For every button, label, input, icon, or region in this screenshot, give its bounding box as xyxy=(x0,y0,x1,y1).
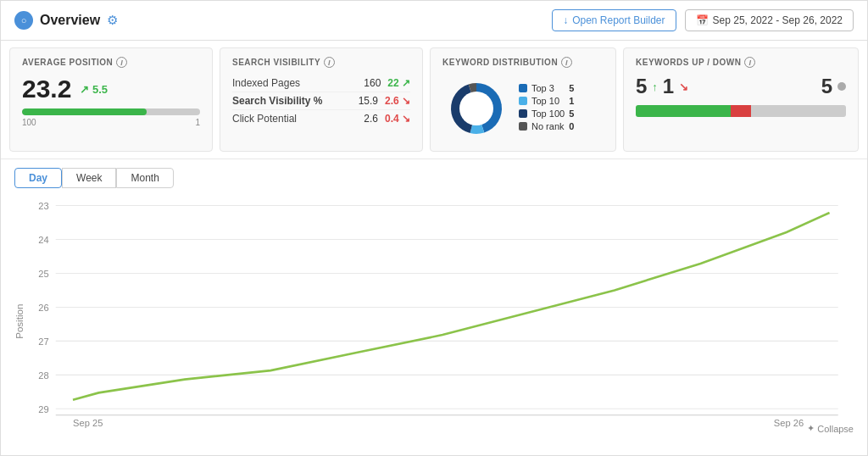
legend-label: Top 10 xyxy=(531,96,559,106)
kud-down-arrow: ↘ xyxy=(679,81,688,93)
sv-row: Indexed Pages 160 22 ↗ xyxy=(232,75,410,92)
legend-color xyxy=(519,122,527,131)
legend-label: No rank xyxy=(531,121,565,131)
svg-text:23: 23 xyxy=(38,201,48,211)
legend-count: 5 xyxy=(569,108,574,119)
avg-position-info-icon[interactable]: i xyxy=(116,57,127,68)
svg-text:29: 29 xyxy=(38,403,48,414)
kud-bar-green xyxy=(636,105,731,117)
sv-label: Click Potential xyxy=(232,113,297,125)
date-range-button[interactable]: 📅 Sep 25, 2022 - Sep 26, 2022 xyxy=(685,9,854,31)
time-btn-day[interactable]: Day xyxy=(14,168,62,188)
kud-neutral-dot xyxy=(837,82,846,91)
legend-item: No rank 0 xyxy=(519,121,574,131)
sv-values: 2.6 0.4 ↘ xyxy=(364,113,410,125)
chart-area: 23 24 25 26 27 28 29 Position Sep 25 Sep… xyxy=(1,192,867,437)
svg-text:27: 27 xyxy=(38,336,48,346)
sv-base-value: 2.6 xyxy=(364,113,378,125)
keyword-distribution-info-icon[interactable]: i xyxy=(561,57,572,68)
sv-base-value: 15.9 xyxy=(359,95,378,107)
svg-text:26: 26 xyxy=(38,302,48,312)
keywords-updown-bar xyxy=(636,105,846,117)
legend-color xyxy=(519,84,527,92)
time-btn-month[interactable]: Month xyxy=(116,168,173,188)
donut-chart xyxy=(442,75,510,142)
top-bar-left: ○ Overview ⚙ xyxy=(14,11,118,30)
collapse-label: Collapse xyxy=(817,424,854,434)
svg-text:28: 28 xyxy=(38,370,48,380)
legend-count: 0 xyxy=(569,121,574,131)
sv-row: Search Visibility % 15.9 2.6 ↘ xyxy=(232,92,410,110)
keywords-updown-card: KEYWORDS UP / DOWN i 5 ↑ 1 ↘ 5 xyxy=(623,47,859,152)
search-visibility-card: SEARCH VISIBILITY i Indexed Pages 160 22… xyxy=(220,47,423,152)
avg-position-value: 23.2 ↗ 5.5 xyxy=(22,75,200,103)
svg-text:24: 24 xyxy=(38,235,48,245)
legend-label: Top 100 xyxy=(531,108,565,119)
sv-change: 22 ↗ xyxy=(387,77,410,89)
kud-up-value: 5 xyxy=(636,75,647,98)
date-range-label: Sep 25, 2022 - Sep 26, 2022 xyxy=(713,14,843,26)
sv-change: 0.4 ↘ xyxy=(385,113,410,125)
download-icon: ↓ xyxy=(563,14,568,26)
kud-down-value: 1 xyxy=(663,75,674,98)
progress-labels: 100 1 xyxy=(22,118,200,127)
svg-point-0 xyxy=(459,92,493,125)
collapse-icon: ✦ xyxy=(807,423,815,434)
page-title: Overview xyxy=(40,13,100,28)
top-bar-right: ↓ Open Report Builder 📅 Sep 25, 2022 - S… xyxy=(552,9,854,31)
legend-count: 5 xyxy=(569,83,574,93)
keyword-distribution-card: KEYWORD DISTRIBUTION i Top 3 5 Top 10 1 … xyxy=(430,47,616,152)
legend-color xyxy=(519,97,527,105)
sv-values: 160 22 ↗ xyxy=(364,77,410,89)
timeline-controls: Day Week Month xyxy=(1,159,867,192)
keywords-updown-title: KEYWORDS UP / DOWN i xyxy=(636,57,846,68)
avg-position-delta: ↗ 5.5 xyxy=(80,83,108,96)
sv-base-value: 160 xyxy=(364,77,381,89)
keyword-distribution-title: KEYWORD DISTRIBUTION i xyxy=(442,57,604,68)
svg-text:25: 25 xyxy=(38,268,48,278)
search-visibility-info-icon[interactable]: i xyxy=(324,57,335,68)
open-report-button[interactable]: ↓ Open Report Builder xyxy=(552,9,676,31)
search-visibility-rows: Indexed Pages 160 22 ↗ Search Visibility… xyxy=(232,75,410,127)
avg-position-title: AVERAGE POSITION i xyxy=(22,57,200,68)
page-wrapper: ○ Overview ⚙ ↓ Open Report Builder 📅 Sep… xyxy=(0,0,868,456)
legend-item: Top 3 5 xyxy=(519,83,574,93)
brand-icon: ○ xyxy=(14,11,33,30)
legend-item: Top 10 1 xyxy=(519,96,574,106)
sv-change: 2.6 ↘ xyxy=(385,95,410,107)
collapse-button[interactable]: ✦ Collapse xyxy=(807,423,854,434)
open-report-label: Open Report Builder xyxy=(572,14,665,26)
time-btn-week[interactable]: Week xyxy=(62,168,116,188)
kud-bar-red xyxy=(731,105,752,117)
search-visibility-title: SEARCH VISIBILITY i xyxy=(232,57,410,68)
sv-label: Indexed Pages xyxy=(232,77,300,89)
sv-label: Search Visibility % xyxy=(232,95,323,107)
keywords-updown-info-icon[interactable]: i xyxy=(744,57,755,68)
keywords-updown-numbers: 5 ↑ 1 ↘ 5 xyxy=(636,75,846,98)
avg-position-card: AVERAGE POSITION i 23.2 ↗ 5.5 100 1 xyxy=(9,47,213,152)
sv-row: Click Potential 2.6 0.4 ↘ xyxy=(232,110,410,127)
sv-values: 15.9 2.6 ↘ xyxy=(359,95,410,107)
kud-bar-gray xyxy=(751,105,846,117)
legend-count: 1 xyxy=(569,96,574,106)
donut-area: Top 3 5 Top 10 1 Top 100 5 No rank 0 xyxy=(442,75,604,142)
legend-label: Top 3 xyxy=(531,83,554,93)
kud-up-arrow: ↑ xyxy=(652,81,658,93)
keyword-distribution-legend: Top 3 5 Top 10 1 Top 100 5 No rank 0 xyxy=(519,83,574,134)
avg-position-progress-bar xyxy=(22,108,200,115)
progress-bar-fill xyxy=(22,108,147,115)
kud-neutral-value: 5 xyxy=(821,75,832,98)
legend-item: Top 100 5 xyxy=(519,108,574,119)
main-chart: 23 24 25 26 27 28 29 Position Sep 25 Sep… xyxy=(13,197,855,437)
top-bar: ○ Overview ⚙ ↓ Open Report Builder 📅 Sep… xyxy=(1,1,867,41)
calendar-icon: 📅 xyxy=(696,14,709,26)
legend-color xyxy=(519,109,527,118)
metrics-row: AVERAGE POSITION i 23.2 ↗ 5.5 100 1 SEAR… xyxy=(1,41,867,159)
svg-text:Position: Position xyxy=(14,304,25,339)
svg-text:Sep 25: Sep 25 xyxy=(73,418,103,428)
gear-icon[interactable]: ⚙ xyxy=(107,13,118,28)
svg-text:Sep 26: Sep 26 xyxy=(774,418,804,428)
